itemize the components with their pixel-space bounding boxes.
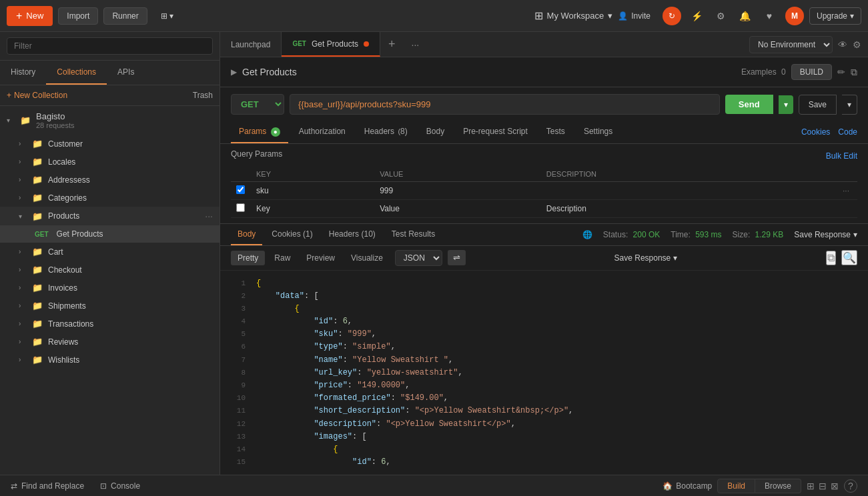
json-line-1: 1 {	[220, 277, 868, 290]
tab-get-products[interactable]: GET Get Products	[282, 32, 380, 57]
resp-tab-headers[interactable]: Headers (10)	[322, 224, 382, 245]
param-row-more-icon[interactable]: ···	[843, 186, 849, 195]
layout-vertical-icon[interactable]: ⊟	[819, 481, 827, 491]
bell-icon[interactable]: 🔔	[737, 8, 753, 24]
bulk-edit-button[interactable]: Bulk Edit	[826, 151, 857, 161]
console-icon: ⊡	[100, 481, 107, 491]
param-empty-key[interactable]: Key	[251, 199, 374, 217]
req-tab-headers[interactable]: Headers (8)	[356, 121, 416, 143]
req-tab-authorization[interactable]: Authorization	[291, 121, 354, 143]
json-line-3: 3 {	[220, 303, 868, 315]
examples-count: 0	[781, 67, 786, 77]
sidebar-tab-collections[interactable]: Collections	[46, 61, 107, 85]
save-arrow-button[interactable]: ▾	[842, 95, 857, 115]
build-mode-button[interactable]: Build	[717, 479, 755, 493]
sidebar-item-checkout[interactable]: › 📁 Checkout	[0, 261, 220, 279]
sidebar-tab-history[interactable]: History	[0, 61, 46, 85]
find-replace-button[interactable]: ⇄ Find and Replace	[11, 481, 84, 491]
req-tab-params[interactable]: Params ●	[231, 121, 288, 143]
edit-icon[interactable]: ✏	[837, 67, 845, 77]
upgrade-button[interactable]: Upgrade ▾	[809, 7, 861, 25]
settings-icon[interactable]: ⚙	[713, 8, 729, 24]
new-button[interactable]: + New	[7, 6, 53, 26]
sync-icon[interactable]: ↻	[663, 7, 681, 25]
console-button[interactable]: ⊡ Console	[100, 481, 140, 491]
req-tab-body[interactable]: Body	[418, 121, 452, 143]
bootcamp-button[interactable]: 🏠 Bootcamp	[663, 481, 712, 491]
sidebar-item-categories[interactable]: › 📁 Categories	[0, 189, 220, 207]
fmt-tab-raw[interactable]: Raw	[268, 251, 297, 265]
param-empty-desc[interactable]: Description	[541, 199, 837, 217]
sidebar-item-customer[interactable]: › 📁 Customer	[0, 135, 220, 153]
layout-split-icon[interactable]: ⊞	[807, 481, 815, 491]
trash-button[interactable]: Trash	[193, 91, 213, 100]
resp-tab-body[interactable]: Body	[231, 224, 262, 245]
wrap-button[interactable]: ⇌	[448, 250, 466, 265]
sidebar-item-invoices[interactable]: › 📁 Invoices	[0, 279, 220, 297]
sidebar-item-wishlists[interactable]: › 📁 Wishlists	[0, 351, 220, 369]
resp-globe-icon[interactable]: 🌐	[582, 230, 592, 239]
help-button[interactable]: ?	[844, 479, 857, 493]
collection-bagisto-header[interactable]: ▾ 📁 Bagisto 28 requests	[0, 106, 220, 135]
req-tab-pre-request[interactable]: Pre-request Script	[455, 121, 536, 143]
fmt-tab-visualize[interactable]: Visualize	[344, 251, 390, 265]
env-settings-icon[interactable]: ⚙	[853, 39, 861, 50]
import-button[interactable]: Import	[58, 7, 98, 25]
sidebar-item-cart[interactable]: › 📁 Cart	[0, 243, 220, 261]
browse-mode-button[interactable]: Browse	[755, 479, 801, 493]
send-arrow-button[interactable]: ▾	[779, 95, 793, 114]
sidebar-tab-apis[interactable]: APIs	[107, 61, 145, 85]
save-response-btn2[interactable]: Save Response ▾	[614, 253, 678, 263]
env-select[interactable]: No Environment	[749, 36, 833, 53]
env-eye-icon[interactable]: 👁	[838, 39, 847, 50]
cookies-link[interactable]: Cookies	[801, 127, 830, 137]
json-format-select[interactable]: JSON	[395, 250, 442, 266]
runner-button[interactable]: Runner	[103, 7, 147, 25]
workspace-button[interactable]: ⊞ My Workspace ▾	[534, 9, 613, 22]
build-button[interactable]: BUILD	[791, 64, 832, 80]
tab-launchpad[interactable]: Launchpad	[220, 32, 282, 57]
code-link[interactable]: Code	[838, 127, 857, 137]
param-empty-value[interactable]: Value	[374, 199, 541, 217]
fmt-tab-pretty[interactable]: Pretty	[231, 251, 265, 265]
fmt-tab-preview[interactable]: Preview	[300, 251, 342, 265]
addressess-label: Addressess	[48, 175, 213, 185]
copy-response-button[interactable]: ⧉	[826, 251, 836, 265]
method-select[interactable]: GET	[231, 94, 284, 115]
param-sku-desc[interactable]	[541, 181, 837, 199]
save-response-button[interactable]: Save Response ▾	[794, 230, 857, 239]
filter-input[interactable]	[7, 37, 213, 55]
layout-toggle-button[interactable]: ⊞ ▾	[153, 8, 181, 24]
layout-horizontal-icon[interactable]: ⊠	[831, 481, 839, 491]
req-tab-settings[interactable]: Settings	[576, 121, 620, 143]
sidebar-item-products[interactable]: ▾ 📁 Products ···	[0, 207, 220, 225]
send-button[interactable]: Send	[725, 95, 773, 114]
invite-button[interactable]: 👤 Invite	[618, 11, 650, 21]
lightning-icon[interactable]: ⚡	[689, 8, 705, 24]
sidebar-item-transactions[interactable]: › 📁 Transactions	[0, 315, 220, 333]
param-empty-checkbox[interactable]	[236, 203, 245, 212]
param-sku-key[interactable]: sku	[251, 181, 374, 199]
sidebar-item-shipments[interactable]: › 📁 Shipments	[0, 297, 220, 315]
copy-request-icon[interactable]: ⧉	[851, 67, 857, 78]
url-input[interactable]	[290, 94, 720, 115]
sidebar-item-addressess[interactable]: › 📁 Addressess	[0, 171, 220, 189]
add-tab-button[interactable]: +	[380, 37, 404, 51]
products-more-icon[interactable]: ···	[205, 211, 213, 221]
req-tab-tests[interactable]: Tests	[538, 121, 573, 143]
resp-tab-test-results[interactable]: Test Results	[385, 224, 442, 245]
new-collection-button[interactable]: + New Collection	[7, 91, 67, 100]
req-tabs: Params ● Authorization Headers (8) Body …	[220, 121, 868, 144]
tab-more-icon[interactable]: ···	[404, 39, 428, 50]
sidebar-item-get-products[interactable]: GET Get Products	[0, 225, 220, 243]
sidebar-item-reviews[interactable]: › 📁 Reviews	[0, 333, 220, 351]
save-button[interactable]: Save	[799, 95, 837, 115]
resp-tab-cookies[interactable]: Cookies (1)	[265, 224, 319, 245]
avatar[interactable]: M	[785, 7, 804, 25]
json-viewer[interactable]: 1 { 2 "data": [ 3 { 4 "id": 6,	[220, 271, 868, 475]
param-sku-checkbox[interactable]	[236, 185, 245, 194]
search-response-button[interactable]: 🔍	[841, 250, 857, 265]
sidebar-item-locales[interactable]: › 📁 Locales	[0, 153, 220, 171]
param-sku-value[interactable]: 999	[374, 181, 541, 199]
heart-icon[interactable]: ♥	[761, 8, 777, 24]
